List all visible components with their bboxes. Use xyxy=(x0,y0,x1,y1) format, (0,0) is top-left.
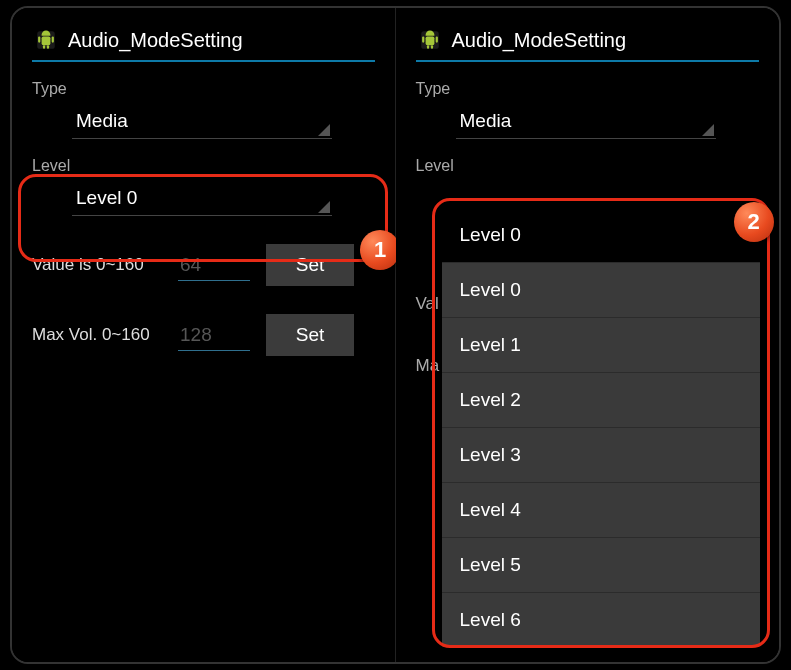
value-set-button[interactable]: Set xyxy=(266,244,354,286)
maxvol-row: Max Vol. 0~160 Set xyxy=(32,314,375,356)
dropdown-item[interactable]: Level 4 xyxy=(442,483,760,538)
header-underline-right xyxy=(416,60,760,62)
value-row-label: Value is 0~160 xyxy=(32,255,162,275)
svg-rect-8 xyxy=(422,37,424,43)
maxvol-row-label: Max Vol. 0~160 xyxy=(32,325,162,345)
svg-rect-7 xyxy=(425,37,434,46)
android-icon xyxy=(32,26,60,54)
type-section-label-right: Type xyxy=(416,80,760,98)
level-section-label: Level xyxy=(32,157,375,175)
dropdown-item[interactable]: Level 3 xyxy=(442,428,760,483)
value-input[interactable] xyxy=(178,250,250,281)
dropdown-item[interactable]: Level 5 xyxy=(442,538,760,593)
screen-left: Audio_ModeSetting Type Media Level Level… xyxy=(12,8,396,662)
app-title-right: Audio_ModeSetting xyxy=(452,29,627,52)
dropdown-item[interactable]: Level 0 xyxy=(442,263,760,318)
type-spinner-value-right: Media xyxy=(460,110,512,131)
level-section-label-right: Level xyxy=(416,157,760,175)
app-header: Audio_ModeSetting xyxy=(32,26,375,54)
svg-rect-5 xyxy=(47,45,49,49)
level-dropdown-panel: Level 0 Level 0 Level 1 Level 2 Level 3 … xyxy=(442,208,760,647)
dropdown-item-selected[interactable]: Level 0 xyxy=(442,208,760,263)
maxvol-input[interactable] xyxy=(178,320,250,351)
svg-rect-9 xyxy=(435,37,437,43)
svg-rect-10 xyxy=(426,45,428,49)
svg-rect-4 xyxy=(43,45,45,49)
app-title: Audio_ModeSetting xyxy=(68,29,243,52)
app-header-right: Audio_ModeSetting xyxy=(416,26,760,54)
svg-rect-2 xyxy=(38,37,40,43)
svg-rect-1 xyxy=(42,37,51,46)
maxvol-set-button[interactable]: Set xyxy=(266,314,354,356)
screen-right: Audio_ModeSetting Type Media Level Val M… xyxy=(396,8,780,662)
android-icon xyxy=(416,26,444,54)
dropdown-item[interactable]: Level 6 xyxy=(442,593,760,647)
dropdown-item[interactable]: Level 2 xyxy=(442,373,760,428)
value-row-label-partial: Val xyxy=(416,294,439,314)
type-spinner-right[interactable]: Media xyxy=(456,102,716,139)
maxvol-row-label-partial: Ma xyxy=(416,356,440,376)
type-spinner[interactable]: Media xyxy=(72,102,332,139)
outer-frame: Audio_ModeSetting Type Media Level Level… xyxy=(10,6,781,664)
value-row: Value is 0~160 Set xyxy=(32,244,375,286)
level-spinner-value: Level 0 xyxy=(76,187,137,208)
level-spinner[interactable]: Level 0 xyxy=(72,179,332,216)
type-section-label: Type xyxy=(32,80,375,98)
type-spinner-value: Media xyxy=(76,110,128,131)
svg-rect-3 xyxy=(52,37,54,43)
header-underline xyxy=(32,60,375,62)
svg-rect-11 xyxy=(430,45,432,49)
dropdown-item[interactable]: Level 1 xyxy=(442,318,760,373)
